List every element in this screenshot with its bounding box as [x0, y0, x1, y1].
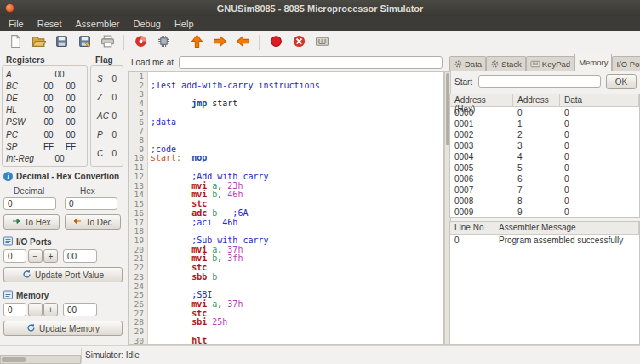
code-segment: ;code — [151, 145, 176, 154]
cell: 0 — [560, 173, 639, 185]
memory-row[interactable]: 000220 — [450, 129, 639, 140]
clear-breakpoints-button[interactable] — [289, 33, 309, 52]
io-port-number-input[interactable] — [3, 249, 26, 263]
memory-row[interactable]: 000000 — [450, 107, 639, 118]
memory-value-input[interactable] — [63, 303, 97, 316]
breakpoint-button[interactable] — [266, 33, 286, 52]
code-segment: ;6A — [232, 208, 248, 218]
to-hex-button[interactable]: To Hex — [3, 214, 60, 230]
open-button[interactable] — [28, 33, 49, 52]
column-header[interactable]: Address — [513, 94, 560, 106]
close-button[interactable] — [5, 3, 14, 13]
code-segment: 3fh — [227, 253, 243, 263]
save-as-button[interactable] — [74, 33, 94, 52]
flag-name: AC — [97, 111, 109, 121]
column-header[interactable]: Address (Hex) — [450, 94, 513, 106]
memory-row[interactable]: 000660 — [450, 173, 639, 185]
memory-row[interactable]: 000990 — [450, 207, 639, 218]
tab-i-o-ports[interactable]: I/O Ports — [612, 56, 640, 71]
decimal-input[interactable] — [3, 197, 56, 210]
update-port-value-button[interactable]: Update Port Value — [3, 267, 123, 282]
cell: 0 — [560, 107, 639, 118]
menu-reset[interactable]: Reset — [31, 18, 69, 30]
flag-row-p: P0 — [97, 130, 117, 139]
hex-label: Hex — [80, 186, 95, 196]
code-text: ;Test add-with-carry instructions — [148, 82, 443, 91]
menu-assembler[interactable]: Assembler — [68, 18, 126, 30]
memory-minus-button[interactable]: − — [28, 303, 43, 316]
show-listing-button[interactable] — [153, 33, 174, 52]
update-memory-button[interactable]: Update Memory — [3, 321, 123, 336]
start-address-input[interactable] — [478, 75, 601, 88]
code-segment — [217, 208, 232, 218]
assemble-icon — [134, 34, 148, 52]
tab-data[interactable]: Data — [449, 56, 486, 71]
memory-plus-button[interactable]: + — [43, 303, 58, 316]
code-segment — [151, 236, 191, 245]
step-button[interactable] — [209, 33, 230, 52]
minus-icon: − — [33, 305, 38, 315]
register-row-psw: PSW0000 — [3, 117, 87, 128]
cell: 0004 — [450, 151, 513, 162]
decimal-label: Decimal — [14, 186, 44, 196]
editor-line[interactable]: 17 ;aci 46h — [129, 219, 443, 228]
editor-line[interactable]: 4 jmp start — [129, 100, 443, 109]
code-segment — [151, 336, 191, 345]
new-button[interactable] — [5, 33, 26, 52]
message-row[interactable]: 0Program assembled successfully — [450, 235, 639, 246]
column-header[interactable]: Data — [560, 94, 639, 106]
tab-memory[interactable]: Memory — [574, 54, 612, 71]
editor-line[interactable]: 7 — [129, 127, 443, 136]
code-segment: sbb — [191, 272, 207, 282]
memory-row[interactable]: 000880 — [450, 196, 639, 207]
register-name: Int-Reg — [6, 154, 37, 163]
assemble-button[interactable] — [130, 33, 151, 52]
memory-address-input[interactable] — [3, 303, 26, 316]
column-header[interactable]: Line No — [450, 222, 494, 234]
memory-panel-title: Memory — [16, 291, 49, 300]
step-back-button[interactable] — [232, 33, 253, 52]
editor-line[interactable]: 30 hlt — [129, 337, 443, 345]
keypad-button[interactable] — [311, 33, 332, 52]
editor-line[interactable]: 6;data — [129, 118, 443, 128]
run-button[interactable] — [186, 33, 207, 52]
tab-stack[interactable]: Stack — [486, 56, 526, 71]
code-segment: adc — [191, 208, 207, 218]
cell: 0003 — [450, 140, 513, 151]
menu-file[interactable]: File — [2, 18, 31, 30]
hex-input[interactable] — [65, 197, 117, 210]
save-button[interactable] — [51, 33, 71, 52]
editor-line[interactable]: 23 sbb b — [129, 273, 443, 282]
print-button[interactable] — [97, 33, 117, 52]
editor-line[interactable]: 28 sbi 25h — [129, 318, 443, 327]
horizontal-scrollbar[interactable] — [0, 355, 81, 364]
load-me-at-input[interactable] — [179, 56, 443, 69]
code-segment: ;Add with carry — [191, 172, 268, 181]
memory-row[interactable]: 000330 — [450, 140, 639, 151]
memory-row[interactable]: 000550 — [450, 162, 639, 173]
io-port-plus-button[interactable]: + — [43, 249, 58, 263]
scrollbar-thumb[interactable] — [2, 357, 26, 362]
io-port-value-input[interactable] — [63, 249, 97, 263]
io-port-minus-button[interactable]: − — [28, 249, 43, 263]
to-dec-button[interactable]: To Dec — [65, 214, 121, 230]
ok-button[interactable]: OK — [606, 74, 637, 89]
gnusim8085-window: GNUSim8085 - 8085 Microprocessor Simulat… — [0, 0, 640, 364]
tab-keypad[interactable]: KeyPad — [526, 56, 574, 71]
column-header[interactable]: Assembler Message — [494, 222, 639, 234]
flag-row-ac: AC0 — [97, 111, 117, 121]
code-segment — [151, 290, 191, 299]
code-segment: jmp — [191, 99, 207, 108]
memory-row[interactable]: 000440 — [450, 151, 639, 162]
code-editor[interactable]: 12;Test add-with-carry instructions34 jm… — [128, 71, 444, 345]
menu-help[interactable]: Help — [168, 18, 201, 30]
register-row-de: DE0000 — [3, 92, 87, 104]
editor-line[interactable]: 10start: nop — [129, 154, 443, 163]
code-segment: , — [217, 253, 227, 263]
menu-debug[interactable]: Debug — [126, 18, 167, 30]
code-segment — [151, 218, 191, 227]
memory-row[interactable]: 000770 — [450, 185, 639, 196]
refresh-icon — [26, 323, 36, 334]
editor-line[interactable]: 2;Test add-with-carry instructions — [129, 82, 443, 91]
memory-row[interactable]: 000110 — [450, 118, 639, 129]
